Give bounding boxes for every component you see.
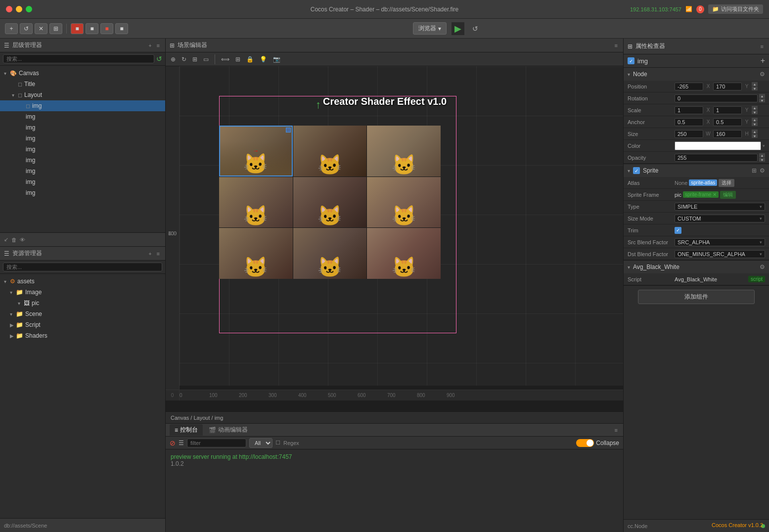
assets-item-scene[interactable]: ▾ 📁 Scene	[0, 309, 165, 319]
sprite-frame-edit-btn[interactable]: 编辑	[720, 191, 736, 199]
visit-project-btn[interactable]: 📁 访问项目文件夹	[708, 4, 763, 14]
regex-checkbox[interactable]: ☐	[275, 440, 280, 446]
sprite-frame-badge[interactable]: sprite-frame ✕	[683, 191, 719, 198]
size-stepper-up[interactable]: ▲	[752, 130, 758, 133]
color-value[interactable]: ▾	[675, 141, 765, 150]
scene-tool-cam[interactable]: 📷	[271, 55, 282, 64]
close-btn[interactable]	[6, 6, 12, 12]
hierarchy-refresh-icon[interactable]: ↺	[156, 55, 162, 63]
sprite-enabled-checkbox[interactable]: ✓	[633, 167, 640, 174]
rotation-stepper-up[interactable]: ▲	[759, 94, 765, 98]
scene-tool-scale[interactable]: ⊞	[190, 55, 199, 64]
scene-tool-move[interactable]: ⊕	[169, 55, 178, 64]
anchor-stepper-up[interactable]: ▲	[752, 118, 758, 122]
opacity-stepper-down[interactable]: ▼	[759, 158, 765, 162]
tool1[interactable]: ■	[71, 23, 84, 34]
console-menu-btn[interactable]: ≡	[613, 427, 619, 434]
sprite-gear[interactable]: ⚙	[760, 167, 765, 174]
tree-item-img3[interactable]: img	[0, 122, 165, 133]
atlas-badge[interactable]: sprite-atlas	[689, 179, 717, 186]
console-filter-input[interactable]	[187, 439, 246, 447]
scale-stepper-up[interactable]: ▲	[752, 106, 758, 110]
tree-item-img5[interactable]: img	[0, 144, 165, 155]
console-level-select[interactable]: All	[249, 438, 272, 448]
tree-item-img7[interactable]: img	[0, 166, 165, 177]
scene-tool-rect[interactable]: ▭	[201, 55, 211, 64]
atlas-select-btn[interactable]: 选择	[719, 179, 734, 187]
anchor-stepper-down[interactable]: ▼	[752, 122, 758, 126]
src-blend-dropdown[interactable]: SRC_ALPHA ▾	[675, 238, 765, 246]
script-badge[interactable]: script	[748, 276, 765, 282]
tree-item-img8[interactable]: img	[0, 177, 165, 187]
node-section-gear[interactable]: ⚙	[760, 71, 765, 78]
tree-item-img6[interactable]: img	[0, 155, 165, 166]
tab-console[interactable]: ≡ 控制台	[170, 424, 203, 436]
hierarchy-menu-btn[interactable]: ≡	[155, 42, 161, 49]
position-y-input[interactable]	[713, 83, 742, 90]
assets-item-script[interactable]: ▶ 📁 Script	[0, 319, 165, 330]
position-stepper-down[interactable]: ▼	[752, 87, 758, 90]
position-x-input[interactable]	[675, 83, 703, 90]
type-dropdown[interactable]: SIMPLE ▾	[675, 203, 765, 211]
opacity-stepper-up[interactable]: ▲	[759, 153, 765, 157]
scene-tool-rotate[interactable]: ↻	[180, 55, 188, 64]
hierarchy-search-input[interactable]	[3, 54, 154, 63]
size-w-input[interactable]	[675, 130, 703, 138]
scale-stepper-down[interactable]: ▼	[752, 110, 758, 114]
avg-gear[interactable]: ⚙	[760, 264, 765, 270]
node-enabled-checkbox[interactable]: ✓	[628, 57, 634, 64]
play-btn[interactable]: ▶	[452, 22, 464, 35]
scale-y-input[interactable]	[713, 106, 742, 114]
scene-tool-light[interactable]: 💡	[258, 55, 269, 64]
tree-item-layout[interactable]: ▾ ◻ Layout	[0, 89, 165, 100]
new-btn[interactable]: +	[5, 23, 18, 34]
size-h-input[interactable]	[713, 130, 742, 138]
maximize-btn[interactable]	[26, 6, 32, 12]
rotation-input[interactable]	[675, 94, 758, 102]
inspector-menu-btn[interactable]: ≡	[759, 43, 765, 50]
rotation-stepper-down[interactable]: ▼	[759, 98, 765, 102]
sprite-copy-icon[interactable]: ⊞	[752, 167, 757, 174]
tree-item-title[interactable]: ◻ Title	[0, 79, 165, 89]
scene-tool-align[interactable]: ⟺	[219, 55, 231, 64]
tree-item-img4[interactable]: img	[0, 133, 165, 144]
refresh-btn[interactable]: ↺	[20, 23, 33, 34]
dst-blend-dropdown[interactable]: ONE_MINUS_SRC_ALPHA ▾	[675, 250, 765, 258]
browser-dropdown[interactable]: 浏览器 ▾	[413, 22, 447, 35]
tool2[interactable]: ■	[86, 23, 98, 34]
trim-checkbox[interactable]: ✓	[675, 227, 681, 234]
size-mode-dropdown[interactable]: CUSTOM ▾	[675, 215, 765, 222]
tree-item-img2[interactable]: img	[0, 111, 165, 122]
tree-item-img1[interactable]: ◻ img	[0, 100, 165, 111]
console-clear-btn[interactable]: ⊘	[170, 439, 176, 447]
canvas-viewport[interactable]: 使用鼠标右键平移视图焦点，使用滚轮缩放视图 700 600 500 400 30…	[166, 66, 623, 411]
node-section-header[interactable]: ▾ Node ⚙	[624, 68, 769, 81]
add-component-btn[interactable]: 添加组件	[638, 290, 754, 304]
scene-refresh-btn[interactable]: ↺	[469, 24, 481, 34]
tab-animation[interactable]: 🎬 动画编辑器	[204, 424, 253, 436]
collapse-toggle[interactable]: Collapse	[576, 439, 619, 447]
assets-add-btn[interactable]: +	[147, 250, 153, 257]
assets-item-shaders[interactable]: ▶ 📁 Shaders	[0, 330, 165, 341]
scene-menu-btn[interactable]: ≡	[613, 42, 619, 49]
layout-btn[interactable]: ⊞	[49, 23, 62, 34]
size-stepper-down[interactable]: ▼	[752, 134, 758, 138]
assets-menu-btn[interactable]: ≡	[155, 250, 161, 257]
color-picker[interactable]	[675, 141, 761, 150]
anchor-y-input[interactable]	[713, 118, 742, 126]
tool4[interactable]: ■	[115, 23, 128, 34]
avg-section-header[interactable]: ▾ Avg_Black_White ⚙	[624, 261, 769, 273]
scene-tool-grid[interactable]: ⊞	[233, 55, 242, 64]
tree-item-canvas[interactable]: ▾ 🎨 Canvas	[0, 68, 165, 79]
assets-search-input[interactable]	[3, 263, 162, 271]
tool3[interactable]: ■	[100, 23, 113, 34]
opacity-input[interactable]	[675, 154, 758, 162]
hierarchy-bottom-icon3[interactable]: 👁	[20, 237, 25, 243]
close-btn2[interactable]: ✕	[35, 23, 47, 34]
scale-x-input[interactable]	[675, 106, 703, 114]
position-stepper-up[interactable]: ▲	[752, 82, 758, 86]
console-filter-icon[interactable]: ☰	[179, 440, 184, 446]
hierarchy-bottom-icon1[interactable]: ↙	[4, 236, 8, 243]
hierarchy-bottom-icon2[interactable]: 🗑	[11, 237, 17, 243]
assets-item-pic[interactable]: ▾ 🖼 pic	[0, 298, 165, 309]
